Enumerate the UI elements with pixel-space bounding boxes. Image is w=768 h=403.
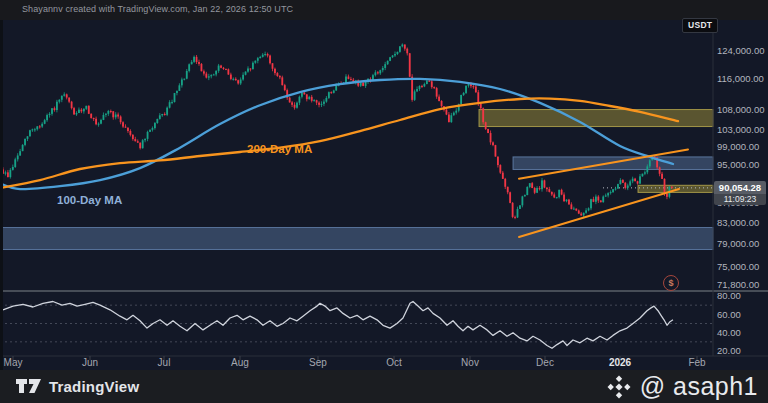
attribution-text: Shayannv created with TradingView.com, J… [22,4,293,14]
time-axis-label: Nov [461,357,479,368]
price-axis-label: 108,000.00 [717,104,765,115]
price-axis-label: 71,800.00 [717,279,759,290]
time-axis-label: May [4,357,23,368]
rsi-axis-label: 60.00 [717,309,741,320]
rsi-axis-label: 80.00 [717,290,741,301]
time-axis-label: Sep [309,357,327,368]
price-axis-label: 83,000.00 [717,217,759,228]
rsi-axis-label: 20.00 [717,345,741,356]
price-axis-label: 95,000.00 [717,159,759,170]
time-axis-label: Dec [536,357,554,368]
price-axis-label: 103,000.00 [717,124,765,135]
candle-countdown: 11:09:23 [714,194,766,206]
tradingview-logo-icon [16,379,42,394]
tradingview-brand-text: TradingView [49,378,139,395]
time-axis-label: Jul [158,357,171,368]
left-edge-shade [0,20,3,370]
dollar-circle-icon: $ [663,275,679,291]
top-strip: Shayannv created with TradingView.com, J… [0,0,768,20]
price-axis-label: 79,000.00 [717,238,759,249]
tradingview-chart-screenshot: 124,000.00116,000.00108,000.00103,000.00… [0,0,768,403]
time-axis-label: Feb [688,357,706,368]
time-axis-label: Aug [231,357,249,368]
time-axis-label: 2026 [609,357,632,368]
sr-zone-olive [638,185,713,192]
ma200-label: 200-Day MA [247,143,312,155]
price-axis-label: 99,000.00 [717,141,759,152]
last-price-value: 90,054.28 [714,181,766,194]
author-handle-text: @ asaph1 [640,372,758,401]
chart-canvas[interactable]: 124,000.00116,000.00108,000.00103,000.00… [0,0,768,370]
tradingview-brand: TradingView [16,378,139,395]
price-axis-label: 75,000.00 [717,261,759,272]
binance-logo-icon [606,374,632,400]
time-axis-label: Oct [386,357,402,368]
price-axis-label: 116,000.00 [717,73,764,84]
time-axis-label: Jun [82,357,98,368]
author-handle: @ asaph1 [606,372,758,401]
symbol-badge: USDT [682,18,718,33]
price-axis-label: 124,000.00 [717,45,765,56]
bottom-bar: TradingView @ asaph1 [0,370,768,403]
ma100-label: 100-Day MA [57,194,122,206]
last-price-label: 90,054.28 11:09:23 [714,181,766,205]
rsi-axis-label: 40.00 [717,327,741,338]
sr-zone-olive [479,110,713,127]
sr-zone-blue [0,228,713,250]
